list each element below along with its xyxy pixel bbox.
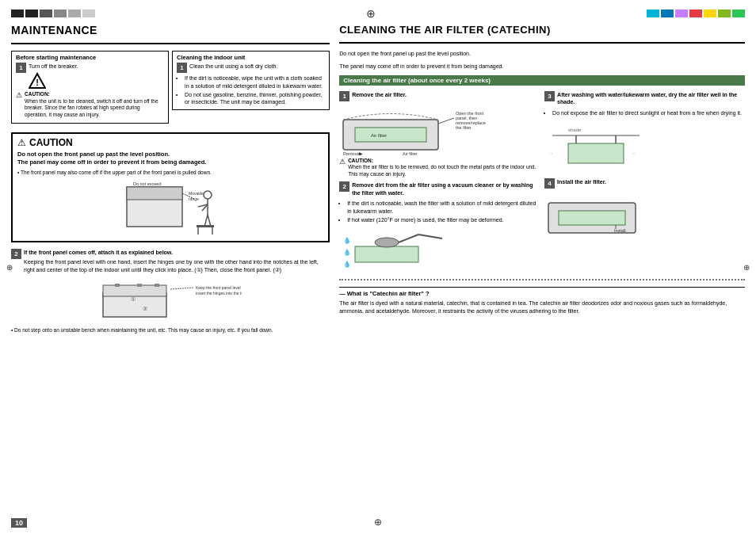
- step2-row: 1 Clean the unit using a soft dry cloth.: [177, 63, 325, 73]
- svg-text:the filter.: the filter.: [456, 125, 472, 130]
- right-step2-num: 2: [339, 181, 349, 192]
- svg-rect-52: [559, 211, 625, 225]
- right-step1-content: Remove the air filter.: [352, 91, 540, 101]
- svg-text:shade: shade: [568, 128, 582, 132]
- svg-rect-44: [568, 143, 624, 163]
- right-step3-num: 3: [544, 91, 555, 101]
- footer-cross-icon: ⊕: [374, 517, 382, 528]
- caution-main-triangle-icon: ⚠: [17, 137, 26, 148]
- cleaning-indoor-col: Cleaning the indoor unit 1 Clean the uni…: [172, 51, 330, 126]
- front-panel-diagram: Do not exceed Movable range: [119, 179, 222, 235]
- caution2-text: CAUTION: When the air filter is to be re…: [348, 158, 540, 178]
- svg-text:range: range: [189, 196, 199, 201]
- maintenance-two-col: Before starting maintenance 1 Turn off t…: [11, 51, 330, 126]
- right-bullet-1: If the dirt is noticeable, wash the filt…: [347, 200, 540, 216]
- catechin-box: — What is "Catechin air filter" ? The ai…: [339, 287, 745, 317]
- warning-icon: !: [29, 72, 46, 90]
- caution-bold-1: Do not open the front panel up past the …: [17, 151, 323, 159]
- svg-line-39: [399, 235, 418, 242]
- right-bullet-3: Do not expose the air filter to direct s…: [552, 109, 745, 117]
- color-swatch-black: [11, 10, 24, 17]
- cleaning-intro1: Do not open the front panel up past the …: [339, 50, 745, 58]
- color-bar-right: [647, 10, 745, 17]
- svg-line-22: [170, 288, 194, 289]
- color-bar-left: [11, 10, 95, 17]
- svg-text:!: !: [36, 78, 39, 87]
- right-two-col: 1 Remove the air filter.: [339, 91, 745, 273]
- svg-point-38: [375, 238, 399, 247]
- right-step2-content: Remove dirt from the air filter using a …: [352, 181, 540, 199]
- step4-diagram-area: Install.: [544, 191, 745, 238]
- color-swatch-llgray: [82, 10, 95, 17]
- right-step1-text: Remove the air filter.: [352, 91, 540, 99]
- right-step1-row: 1 Remove the air filter.: [339, 91, 540, 101]
- panel-step-title: If the front panel comes off, attach it …: [24, 249, 330, 257]
- caution-box: ⚠ CAUTION Do not open the front panel up…: [11, 132, 330, 242]
- color-swatch-gray: [54, 10, 67, 17]
- step4-diagram: Install.: [544, 191, 647, 238]
- left-column: MAINTENANCE Before starting maintenance …: [11, 24, 330, 526]
- panel-step-detail: Keeping the front panel level with one h…: [24, 258, 330, 274]
- caution2-triangle-icon: ⚠: [339, 158, 346, 166]
- svg-text:Keep the front panel level and: Keep the front panel level and: [196, 285, 242, 290]
- caution-title-row: ⚠ CAUTION: [17, 137, 323, 148]
- step2-bullets: If the dirt is noticeable, wipe the unit…: [185, 74, 325, 106]
- svg-line-40: [418, 235, 442, 238]
- right-step4-num: 4: [544, 178, 555, 189]
- right-step4-text: Install the air filter.: [557, 178, 745, 186]
- panel-step-num: 2: [11, 249, 21, 259]
- step2-diagram: 💧 💧 💧: [339, 227, 450, 270]
- right-bullet-2: If hot water (120°F or more) is used, th…: [347, 216, 540, 224]
- caution-text-1: CAUTION: When the unit is to be cleaned,…: [25, 91, 164, 119]
- page-number: 10: [11, 518, 27, 528]
- svg-text:💧: 💧: [343, 248, 351, 256]
- front-panel-diagram-area: Do not exceed Movable range: [17, 179, 323, 235]
- bullet-2: Do not use gasoline, benzine, thinner, p…: [185, 91, 325, 107]
- color-swatch-green: [732, 10, 745, 17]
- right-step3-content: After washing with water/lukewarm water,…: [557, 91, 745, 109]
- svg-text:Remove▶: Remove▶: [343, 151, 363, 155]
- svg-rect-28: [355, 128, 426, 142]
- svg-rect-18: [103, 285, 166, 296]
- color-swatch-blue: [661, 10, 674, 17]
- maintenance-title: MAINTENANCE: [11, 24, 330, 36]
- caution-title: CAUTION: [29, 137, 73, 148]
- svg-text:→: →: [548, 151, 554, 156]
- right-steps-right: 3 After washing with water/lukewarm wate…: [544, 91, 745, 273]
- caution-note: • The front panel may also come off if t…: [17, 169, 323, 176]
- before-maintenance-label: Before starting maintenance: [16, 54, 164, 61]
- panel-step-row: 2 If the front panel comes off, attach i…: [11, 249, 330, 275]
- bullet-1: If the dirt is noticeable, wipe the unit…: [185, 74, 325, 90]
- cleaning-intro2: The panel may come off in order to preve…: [339, 63, 745, 71]
- right-step2-row: 2 Remove dirt from the air filter using …: [339, 181, 540, 199]
- svg-text:①: ①: [131, 296, 136, 302]
- svg-text:Movable: Movable: [189, 191, 204, 196]
- color-swatch-lgreen: [718, 10, 731, 17]
- step1-content: Turn off the breaker. !: [29, 63, 164, 90]
- right-steps-left: 1 Remove the air filter.: [339, 91, 540, 273]
- catechin-title: — What is "Catechin air filter" ?: [339, 290, 745, 299]
- step2-content: Clean the unit using a soft dry cloth.: [189, 63, 325, 72]
- cleaning-title: CLEANING THE AIR FILTER (CATECHIN): [339, 24, 745, 36]
- svg-rect-3: [127, 187, 182, 200]
- svg-line-13: [208, 215, 211, 227]
- step2-text: Clean the unit using a soft dry cloth.: [189, 63, 325, 71]
- right-step4-row: 4 Install the air filter.: [544, 178, 745, 189]
- maintenance-divider: [11, 43, 330, 44]
- panel-reattach-diagram: Keep the front panel level and insert th…: [99, 281, 242, 321]
- right-step3-row: 3 After washing with water/lukewarm wate…: [544, 91, 745, 109]
- green-section-header: Cleaning the air filter (about once ever…: [339, 75, 745, 86]
- step1-text: Turn off the breaker.: [29, 63, 164, 71]
- color-swatch-lgray: [68, 10, 81, 17]
- panel-reattach-diagram-area: Keep the front panel level and insert th…: [11, 281, 330, 321]
- svg-text:←: ←: [632, 151, 637, 156]
- svg-text:💧: 💧: [343, 236, 351, 244]
- cleaning-indoor-label: Cleaning the indoor unit: [177, 54, 325, 61]
- svg-point-8: [204, 191, 212, 199]
- svg-text:Air filter: Air filter: [403, 151, 418, 155]
- page: ⊕ MAINTENANCE Before starting maintenanc…: [0, 0, 756, 534]
- svg-rect-14: [197, 225, 214, 227]
- panel-step-note: • Do not step onto an unstable bench whe…: [11, 326, 330, 334]
- svg-line-12: [204, 215, 208, 227]
- svg-rect-19: [115, 284, 120, 287]
